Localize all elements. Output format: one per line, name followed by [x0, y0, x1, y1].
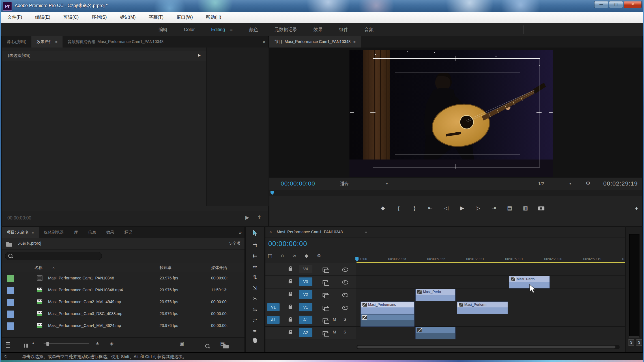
add-marker-icon[interactable]: ◆ — [304, 253, 308, 259]
solo-button[interactable]: S — [344, 330, 346, 334]
panel-menu-icon[interactable]: ≡ — [55, 40, 57, 44]
panel-menu-icon[interactable]: ≡ — [365, 230, 367, 234]
tab-program-monitor[interactable]: 节目: Masi_Performance Cam1_PAN10348 ≡ — [269, 36, 361, 48]
column-framerate[interactable]: 帧速率 — [160, 265, 171, 270]
column-name[interactable]: 名称 — [35, 265, 42, 270]
solo-button[interactable]: S — [344, 317, 346, 322]
thumbnail-zoom-slider[interactable] — [44, 343, 89, 344]
mute-button[interactable]: M — [333, 317, 336, 322]
tab-project[interactable]: 项目: 未命名 ≡ — [2, 227, 39, 238]
workspace-tab-metadata[interactable]: 元数据记录 — [274, 27, 297, 33]
track-target-v1[interactable]: V1 — [299, 303, 312, 311]
lock-icon[interactable] — [289, 294, 292, 296]
menu-title[interactable]: 字幕(T) — [149, 14, 163, 20]
tab-source-monitor[interactable]: 源:(无剪辑) — [2, 36, 31, 48]
add-marker-button[interactable]: ◆ — [380, 205, 386, 211]
step-back-button[interactable]: ◁ — [443, 205, 449, 211]
zoom-in-mountain-icon[interactable]: ▲ — [95, 340, 100, 346]
project-list-header[interactable]: 名称 ∧ 帧速率 媒体开始 — [2, 263, 244, 273]
tab-audio-clip-mixer[interactable]: 音频剪辑混合器: Masi_Performance Cam1_PAN10348 — [63, 36, 169, 48]
lift-button[interactable]: ▤ — [506, 205, 513, 211]
program-video-frame[interactable] — [349, 50, 553, 177]
tab-overflow-icon[interactable]: » — [239, 230, 242, 235]
monitor-settings-icon[interactable]: ⚙ — [586, 180, 590, 186]
rate-stretch-tool[interactable]: ⇲ — [246, 283, 264, 294]
workspace-tab-effects[interactable]: 效果 — [314, 27, 323, 33]
label-swatch-blue[interactable] — [7, 311, 14, 318]
lock-icon[interactable] — [289, 332, 292, 334]
close-button[interactable]: ✕ — [624, 1, 642, 8]
export-frame-button[interactable] — [538, 206, 544, 210]
go-to-out-button[interactable]: ⇥ — [491, 205, 497, 211]
timeline-horizontal-scrollbar[interactable] — [357, 345, 620, 349]
track-target-v4[interactable]: V4 — [299, 265, 312, 273]
tab-effects[interactable]: 效果 — [101, 227, 119, 238]
label-swatch-green[interactable] — [7, 275, 14, 282]
new-item-button[interactable]: ▤ — [220, 341, 225, 346]
lock-icon[interactable] — [289, 306, 292, 309]
lock-icon[interactable] — [289, 281, 292, 283]
play-button[interactable]: ▶ — [459, 205, 465, 211]
hand-tool[interactable] — [246, 337, 264, 347]
minimize-button[interactable]: — — [594, 1, 608, 8]
timeline-clip-a2[interactable] — [415, 327, 456, 339]
menu-marker[interactable]: 标记(M) — [120, 14, 136, 20]
sequence-tab-title[interactable]: Masi_Performance Cam1_PAN10348 — [277, 230, 343, 234]
slip-tool[interactable]: ⇋ — [246, 305, 264, 315]
timeline-clip-v1-selected[interactable]: Masi_Performanc — [360, 301, 415, 314]
item-name[interactable]: Masi_Performance_Cam3_DSC_4038.mp — [48, 311, 122, 316]
track-target-v3[interactable]: V3 — [299, 277, 312, 286]
workspace-tab-color[interactable]: Color — [184, 27, 195, 32]
label-swatch-blue[interactable] — [7, 299, 14, 306]
ripple-edit-tool[interactable]: ⇹ — [246, 262, 264, 272]
search-input[interactable] — [15, 253, 98, 258]
tab-markers[interactable]: 标记 — [119, 227, 137, 238]
track-output-eye-icon[interactable] — [342, 293, 348, 297]
program-playhead[interactable] — [271, 191, 274, 195]
sort-icon[interactable]: ◈ — [110, 341, 113, 346]
slide-tool[interactable]: ⇌ — [246, 316, 264, 326]
workspace-tab-zujian[interactable]: 组件 — [339, 27, 348, 33]
track-select-backward-tool[interactable]: ⇇ — [246, 251, 264, 261]
sync-lock-icon[interactable] — [323, 280, 328, 284]
icon-view-button[interactable] — [24, 344, 28, 348]
item-name[interactable]: Masi_Performance Cam1_PAN10348.mp4 — [48, 288, 123, 292]
automate-to-sequence-button[interactable]: ▣ — [179, 341, 184, 346]
zoom-level-dropdown[interactable]: 1/2 — [538, 181, 544, 186]
track-select-forward-tool[interactable]: ⇉ — [246, 240, 264, 251]
title-bar[interactable]: Pr Adobe Premiere Pro CC - C:\pj\未命名.prp… — [0, 0, 644, 12]
workspace-tab-audio[interactable]: 音频 — [364, 27, 373, 33]
close-tab-icon[interactable]: × — [269, 229, 272, 234]
table-row[interactable]: Masi_Performance_Cam4_MVI_8624.mp 23.976… — [2, 320, 244, 332]
item-name[interactable]: Masi_Performance_Cam2_MVI_4949.mp — [48, 299, 121, 304]
linked-selection-icon[interactable]: ∞ — [293, 253, 296, 259]
timeline-ruler[interactable]: :00:00 00:00:29:23 00:00:59:22 00:01:29:… — [357, 251, 625, 262]
menu-file[interactable]: 文件(F) — [7, 14, 22, 20]
timeline-clip-v1-second[interactable]: Masi_Perform — [457, 301, 508, 314]
item-name[interactable]: Masi_Performance Cam1_PAN10348 — [48, 276, 114, 280]
timeline-settings-icon[interactable]: ⚙ — [317, 253, 321, 259]
sync-lock-icon[interactable] — [323, 268, 328, 272]
column-media-start[interactable]: 媒体开始 — [211, 265, 227, 270]
tab-media-browser[interactable]: 媒体浏览器 — [39, 227, 69, 238]
solo-right-button[interactable]: S — [636, 339, 642, 346]
mark-out-button[interactable]: } — [411, 205, 418, 211]
expand-arrow-icon[interactable]: ▶ — [198, 53, 201, 57]
project-bin-row[interactable]: 未命名.prproj 5 个项 — [2, 238, 244, 250]
go-to-in-button[interactable]: ⇤ — [427, 205, 433, 211]
track-target-a1[interactable]: A1 — [299, 316, 312, 324]
tab-overflow-icon[interactable]: » — [263, 39, 265, 45]
menu-clip[interactable]: 剪辑(C) — [63, 14, 79, 20]
rolling-edit-tool[interactable]: ⇅ — [246, 273, 264, 283]
panel-menu-icon[interactable]: ≡ — [353, 40, 356, 44]
tab-libraries[interactable]: 库 — [69, 227, 83, 238]
program-timecode[interactable]: 00:00:00:00 — [281, 180, 315, 187]
table-row[interactable]: Masi_Performance Cam1_PAN10348.mp4 23.97… — [2, 285, 244, 296]
timeline-tabbar[interactable]: × Masi_Performance Cam1_PAN10348 ≡ — [265, 227, 625, 238]
button-editor-plus-icon[interactable]: + — [635, 205, 638, 212]
list-view-button[interactable] — [6, 342, 10, 348]
track-output-eye-icon[interactable] — [342, 268, 348, 272]
track-target-a2[interactable]: A2 — [299, 328, 312, 337]
label-swatch-blue[interactable] — [7, 287, 14, 294]
fit-dropdown-caret-icon[interactable]: ▼ — [385, 182, 388, 185]
